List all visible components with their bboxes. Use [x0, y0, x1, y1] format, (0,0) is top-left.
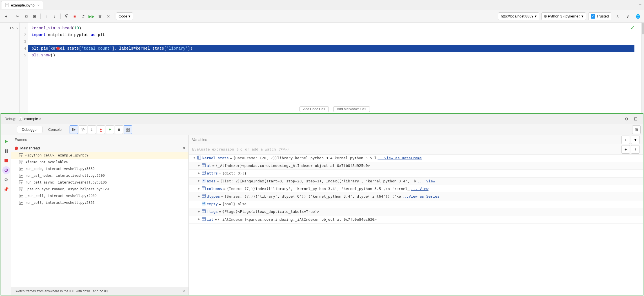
frame-row-0[interactable]: py <ipython cell>, example.ipynb:9 — [11, 152, 188, 159]
svg-rect-47 — [202, 171, 205, 174]
sidebar-breakpoint-icon[interactable] — [2, 166, 10, 174]
stop-button[interactable]: ■ — [71, 12, 79, 20]
sep4 — [114, 14, 114, 19]
sidebar-pause-icon[interactable] — [2, 147, 10, 155]
add-code-cell-button[interactable]: Add Code Cell — [299, 106, 328, 112]
debug-label: Debug: — [5, 117, 16, 121]
sidebar-stop-icon[interactable] — [2, 157, 10, 165]
debug-tab-bar: Debugger Console — [1, 124, 643, 135]
delete-button[interactable]: 🗑 — [96, 12, 104, 20]
var-row-attrs: ▶ attrs = {dict: 0} {} — [189, 170, 643, 177]
debug-status-close[interactable]: ✕ — [182, 289, 185, 293]
var-expand-dtypes[interactable]: ▶ — [197, 194, 201, 198]
frame-row-4[interactable]: py run_cell_async, interactiveshell.py:3… — [11, 179, 188, 186]
frames-panel: Frames MainThread ▾ py <ipython cell>, e… — [11, 135, 189, 295]
frame-row-1[interactable]: py <frame not available> — [11, 159, 188, 165]
var-icon-attrs — [202, 171, 206, 175]
trusted-badge[interactable]: ✓ Trusted — [588, 12, 611, 20]
svg-rect-14 — [20, 119, 21, 120]
debug-tab-header[interactable]: example × — [19, 117, 41, 121]
var-expand-axes[interactable]: ▶ — [197, 179, 201, 183]
var-name-columns: columns — [207, 186, 222, 191]
code-area[interactable]: kernel_stats.head(10) import matplotlib.… — [28, 23, 641, 113]
new-tab-button[interactable]: + — [637, 2, 643, 8]
debug-button[interactable] — [62, 12, 70, 20]
restart-button[interactable]: ↺ — [79, 12, 87, 20]
kernel-name-label: Python 3 (ipykernel) — [548, 14, 581, 18]
var-expand-columns[interactable]: ▶ — [197, 186, 201, 191]
sidebar-pin-icon[interactable]: 📌 — [2, 185, 10, 193]
vars-dropdown-button[interactable]: ▾ — [631, 136, 639, 144]
eval-more-button[interactable]: ⋮ — [631, 145, 639, 154]
debug-step-up-button[interactable] — [106, 125, 114, 134]
debug-continue-button[interactable] — [70, 125, 78, 134]
move-up-button[interactable]: ↑ — [42, 12, 50, 20]
var-link-kernel-stats[interactable]: ...View as DataFrame — [378, 156, 422, 161]
frame-icon-2: py — [19, 167, 23, 171]
eval-bar: Evaluate expression (↵) or add a watch (… — [189, 144, 643, 154]
svg-rect-2 — [6, 5, 8, 5]
debug-toolbar — [70, 125, 132, 134]
var-expand-flags[interactable]: ▶ — [197, 209, 201, 214]
step-into-icon — [90, 127, 94, 132]
editor-scrollbar[interactable] — [641, 23, 644, 113]
add-cell-button[interactable]: + — [2, 12, 10, 20]
tab-console[interactable]: Console — [44, 126, 66, 133]
main-wrapper: example.ipynb × + + ✂ ⧉ ⊟ ↑ ↓ ■ ↺ — [0, 0, 644, 296]
var-row-empty: ▶ 01 empty = {bool} False — [189, 200, 643, 208]
eval-add-button[interactable]: + — [621, 145, 630, 154]
paste-button[interactable]: ⊟ — [31, 12, 39, 20]
globe-button[interactable]: 🌐 — [634, 12, 642, 20]
frame-text-3: run_ast_nodes, interactiveshell.py:3309 — [25, 174, 105, 178]
tab-close[interactable]: × — [37, 3, 40, 7]
frame-row-7[interactable]: py run_cell, interactiveshell.py:2863 — [11, 199, 188, 206]
tab-debugger[interactable]: Debugger — [17, 126, 43, 133]
debug-step-over-button[interactable] — [79, 125, 87, 134]
move-down-button[interactable]: ↓ — [51, 12, 59, 20]
line-num-4: 4 — [24, 45, 26, 52]
frame-row-3[interactable]: py run_ast_nodes, interactiveshell.py:33… — [11, 172, 188, 179]
cut-button[interactable]: ✂ — [14, 12, 22, 20]
sidebar-settings-icon[interactable]: ⚙ — [2, 176, 10, 184]
nav-up-button[interactable]: ∧ — [614, 12, 621, 20]
kernel-status-dot — [544, 15, 547, 18]
nav-down-button[interactable]: ∨ — [624, 12, 632, 20]
debug-settings-button[interactable]: ⚙ — [623, 115, 630, 123]
debug-step-out-button[interactable] — [97, 125, 105, 134]
sidebar-resume-icon[interactable] — [2, 138, 10, 145]
thread-row[interactable]: MainThread ▾ — [11, 144, 188, 152]
var-link-dtypes[interactable]: ...View as Series — [402, 194, 439, 199]
debug-step-into-button[interactable] — [88, 125, 96, 134]
var-expand-kernel-stats[interactable]: ▾ — [192, 156, 197, 160]
debug-layout-button[interactable]: ⊞ — [632, 125, 641, 134]
cell-type-select[interactable]: Code ▾ — [116, 12, 133, 20]
svg-rect-28 — [118, 129, 120, 131]
frame-row-5[interactable]: py _pseudo_sync_runner, async_helpers.py… — [11, 186, 188, 193]
debug-header-actions: ⚙ ⊟ — [623, 115, 639, 123]
debug-grid-button[interactable] — [124, 125, 132, 134]
breakpoint-indicator — [56, 47, 60, 50]
kernel-url-label: http://localhost:8889 — [501, 14, 533, 18]
var-name-kernel-stats: kernel_stats — [202, 156, 229, 161]
var-link-columns[interactable]: ... View — [411, 186, 428, 191]
debug-stop-button[interactable] — [115, 125, 123, 134]
kernel-url[interactable]: http://localhost:8889 ▾ — [498, 12, 539, 20]
vars-add-button[interactable]: + — [621, 136, 630, 144]
thread-dropdown[interactable]: ▾ — [183, 146, 185, 150]
command-button[interactable]: ✕ — [105, 12, 112, 20]
notebook-tab[interactable]: example.ipynb × — [1, 1, 43, 9]
debug-close[interactable]: × — [39, 117, 41, 121]
copy-button[interactable]: ⧉ — [22, 12, 30, 20]
var-expand-attrs[interactable]: ▶ — [197, 171, 201, 175]
kernel-name[interactable]: Python 3 (ipykernel) ▾ — [541, 12, 586, 20]
run-all-button[interactable]: ▶▶ — [88, 12, 96, 20]
debug-expand-button[interactable]: ⊟ — [632, 115, 639, 123]
step-over-icon — [81, 127, 85, 132]
frame-row-6[interactable]: py _run_cell, interactiveshell.py:2909 — [11, 193, 188, 199]
var-expand-iat[interactable]: ▶ — [197, 217, 201, 222]
add-markdown-cell-button[interactable]: Add Markdown Cell — [333, 106, 370, 112]
frame-row-2[interactable]: py run_code, interactiveshell.py:3369 — [11, 165, 188, 172]
var-link-axes[interactable]: ... View — [418, 179, 435, 184]
var-expand-at[interactable]: ▶ — [197, 163, 201, 168]
debug-toolbar-right: ⊞ — [632, 125, 641, 134]
